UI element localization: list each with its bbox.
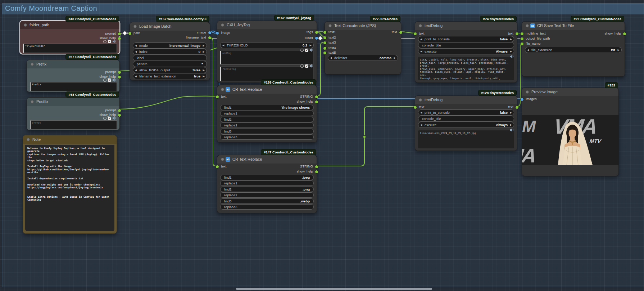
- widget-delimiter[interactable]: ◀ delimiter comma ▶: [328, 55, 398, 61]
- node-title-bar[interactable]: textDebug: [415, 96, 517, 104]
- arrow-left-icon[interactable]: ◀: [420, 49, 422, 54]
- node-title-bar[interactable]: CR Text Replace: [217, 85, 317, 94]
- arrow-left-icon[interactable]: ◀: [330, 55, 332, 61]
- widget-console-title[interactable]: console_title: [418, 116, 514, 122]
- widget-allow-rgba-output[interactable]: ◀ allow_RGBA_output false ▶: [133, 67, 207, 73]
- widget-controls[interactable]: [510, 55, 514, 58]
- input-port-output-file-path[interactable]: [520, 37, 524, 41]
- collapse-dot-icon[interactable]: [328, 24, 332, 27]
- node-title-bar[interactable]: textDebug: [415, 22, 517, 30]
- node-cr-text-replace-147[interactable]: CR Text Replace ab text STRING show_help…: [217, 155, 317, 213]
- widget-find3[interactable]: find3 .webp: [220, 198, 314, 204]
- output-port-string[interactable]: [315, 95, 318, 99]
- checkbox-checked-icon[interactable]: ✓: [305, 64, 308, 68]
- output-port-show-help[interactable]: [315, 100, 318, 104]
- node-note[interactable]: Note Welcome to Comfy Joytag Caption, a …: [23, 135, 117, 234]
- pin-icon[interactable]: [103, 117, 106, 120]
- arrow-right-icon[interactable]: ▶: [310, 42, 312, 48]
- arrow-right-icon[interactable]: ▶: [510, 110, 512, 115]
- reroute-dot[interactable]: [363, 135, 366, 138]
- folder-path-textarea[interactable]: *:\yourFolder: [23, 44, 117, 53]
- output-port-prompt[interactable]: [118, 109, 121, 112]
- widget-find2[interactable]: find2: [220, 117, 314, 122]
- node-title-bar[interactable]: Preview Image: [522, 88, 618, 96]
- input-port-text[interactable]: [216, 95, 219, 99]
- input-port-multiline-text[interactable]: [520, 32, 524, 36]
- arrow-left-icon[interactable]: ◀: [420, 122, 422, 127]
- collapse-dot-icon[interactable]: [419, 24, 422, 27]
- widget-controls[interactable]: ✓: [300, 48, 314, 52]
- node-title-bar[interactable]: Load Image Batch: [130, 22, 210, 31]
- arrow-left-icon[interactable]: ◀: [135, 73, 137, 79]
- widget-index[interactable]: ◀ index 0 ▶: [133, 49, 207, 55]
- node-textdebug-128[interactable]: textDebug text text ◀ print_to_console f…: [415, 95, 517, 151]
- collapse-dot-icon[interactable]: [31, 100, 34, 103]
- speaker-icon[interactable]: [510, 128, 514, 132]
- arrow-left-icon[interactable]: ◀: [135, 43, 137, 48]
- widget-filename-text-extension[interactable]: ◀ filename_text_extension true ▶: [133, 73, 207, 79]
- arrow-left-icon[interactable]: ◀: [135, 67, 137, 73]
- arrow-right-icon[interactable]: ▶: [394, 55, 396, 61]
- arrow-left-icon[interactable]: ◀: [222, 42, 224, 48]
- input-port-images[interactable]: [520, 98, 524, 101]
- output-port-filename-text[interactable]: [208, 36, 212, 40]
- input-port-path[interactable]: [128, 32, 132, 35]
- input-port-text3[interactable]: [323, 41, 327, 45]
- speaker-icon[interactable]: [510, 55, 514, 58]
- node-title-bar[interactable]: CXH_JoyTag: [217, 21, 317, 29]
- output-port-show-help[interactable]: [118, 37, 121, 40]
- arrow-right-icon[interactable]: ▶: [203, 73, 205, 79]
- output-port-show-help[interactable]: [623, 32, 626, 36]
- widget-print-to-console[interactable]: ◀ print_to_console false ▶: [418, 109, 514, 116]
- widget-controls[interactable]: ✓: [103, 78, 117, 82]
- horizontal-scrollbar[interactable]: [236, 288, 432, 290]
- input-port-text1[interactable]: [323, 31, 327, 34]
- checkbox-checked-icon[interactable]: ✓: [305, 49, 308, 52]
- widget-label-field[interactable]: label: [133, 55, 207, 61]
- postfix-textarea[interactable]: prompt: [30, 120, 117, 129]
- remove-tag-textarea[interactable]: removeTag: [220, 67, 313, 81]
- widget-controls[interactable]: [510, 128, 514, 132]
- output-port-prompt[interactable]: [118, 32, 121, 36]
- widget-print-to-console[interactable]: ◀ print_to_console false ▶: [418, 36, 514, 42]
- debug-text-display[interactable]: Lisa, ,1girl, solo, long_hair, breasts, …: [418, 57, 514, 80]
- collapse-dot-icon[interactable]: [221, 158, 224, 161]
- widget-controls[interactable]: ✓: [300, 64, 314, 68]
- widget-controls[interactable]: ✓: [103, 116, 117, 120]
- arrow-right-icon[interactable]: ▶: [510, 36, 512, 42]
- input-port-image[interactable]: [216, 31, 219, 35]
- node-textdebug-74[interactable]: textDebug text text ◀ print_to_console f…: [415, 21, 517, 83]
- node-title-bar[interactable]: CR Save Text To File: [522, 22, 625, 30]
- widget-execute[interactable]: ◀ execute Always ▶: [418, 122, 514, 128]
- output-port-string[interactable]: [315, 165, 318, 169]
- widget-pattern[interactable]: pattern *: [133, 61, 207, 67]
- arrow-right-icon[interactable]: ▶: [203, 67, 205, 73]
- widget-threshold[interactable]: ◀ THRESHOLD 0.2 ▶: [220, 42, 314, 48]
- node-cxh-joytag[interactable]: CXH_JoyTag image tags count ◀ THRESHOLD …: [217, 21, 317, 83]
- arrow-left-icon[interactable]: ◀: [420, 36, 422, 42]
- speaker-icon[interactable]: [310, 64, 314, 68]
- speaker-icon[interactable]: [113, 78, 117, 82]
- collapse-dot-icon[interactable]: [221, 23, 224, 27]
- input-port-text[interactable]: [413, 32, 417, 36]
- node-text-concatenate[interactable]: Text Concatenate (JPS) text1 text2 text3…: [325, 21, 401, 75]
- widget-find3[interactable]: find3: [220, 129, 314, 134]
- input-port-text4[interactable]: [323, 46, 327, 50]
- prefix-textarea[interactable]: Prefix: [30, 82, 117, 91]
- output-port-text[interactable]: [515, 106, 519, 109]
- arrow-right-icon[interactable]: ▶: [510, 49, 512, 54]
- input-port-file-name[interactable]: [520, 42, 524, 46]
- node-title-bar[interactable]: Note: [23, 135, 117, 144]
- collapse-dot-icon[interactable]: [24, 23, 27, 27]
- node-postfix[interactable]: Postfix prompt show_help ✓ prompt: [27, 97, 120, 130]
- node-folder-path[interactable]: folder_path prompt show_help ✓ *:\yourFo…: [20, 21, 120, 54]
- arrow-left-icon[interactable]: ◀: [527, 47, 529, 53]
- widget-replace2[interactable]: replace2: [220, 192, 314, 198]
- widget-mode[interactable]: ◀ mode incremental_image ▶: [133, 42, 207, 49]
- collapse-dot-icon[interactable]: [526, 24, 529, 27]
- output-port-prompt[interactable]: [118, 71, 121, 74]
- widget-execute[interactable]: ◀ execute Always ▶: [418, 48, 514, 54]
- widget-find1[interactable]: find1 .jpeg: [220, 175, 314, 180]
- speaker-icon[interactable]: [310, 48, 314, 52]
- speaker-icon[interactable]: [113, 40, 117, 43]
